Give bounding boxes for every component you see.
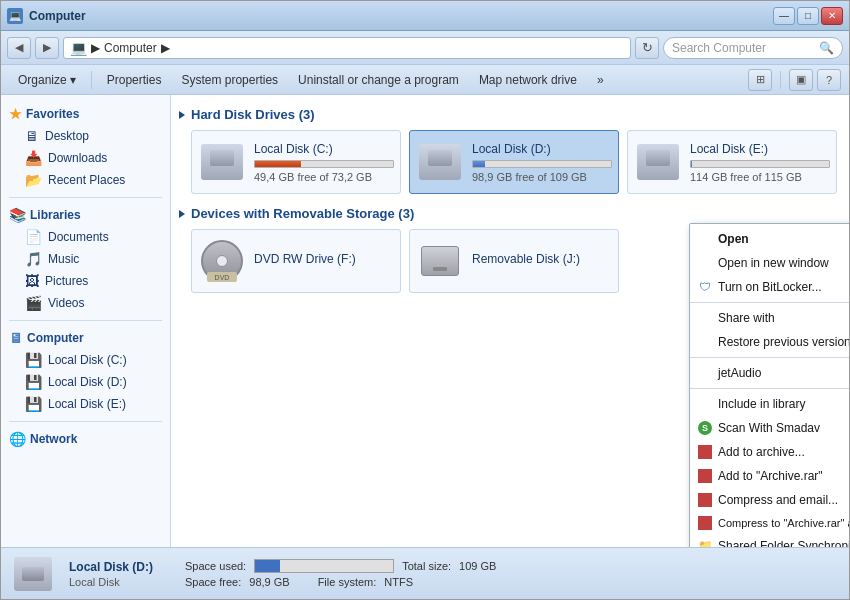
- disk-item-e[interactable]: Local Disk (E:) 114 GB free of 115 GB: [627, 130, 837, 194]
- disk-e-space: 114 GB free of 115 GB: [690, 171, 830, 183]
- sidebar-item-music[interactable]: 🎵 Music: [1, 248, 170, 270]
- context-menu: Open Open in new window 🛡 Turn on BitLoc…: [689, 223, 849, 547]
- disk-item-d[interactable]: Local Disk (D:) 98,9 GB free of 109 GB: [409, 130, 619, 194]
- disk-e-bar-fill: [691, 161, 692, 167]
- disk-item-c[interactable]: Local Disk (C:) 49,4 GB free of 73,2 GB: [191, 130, 401, 194]
- organize-label: Organize: [18, 73, 67, 87]
- more-button[interactable]: »: [588, 69, 613, 91]
- sidebar-item-local-disk-c[interactable]: 💾 Local Disk (C:): [1, 349, 170, 371]
- sidebar-item-local-disk-d[interactable]: 💾 Local Disk (D:): [1, 371, 170, 393]
- search-box[interactable]: Search Computer 🔍: [663, 37, 843, 59]
- window: 💻 Computer — □ ✕ ◀ ▶ 💻 ▶ Computer ▶ ↻ Se…: [0, 0, 850, 600]
- hard-disk-header-label: Hard Disk Drives (3): [191, 107, 315, 122]
- sidebar-item-local-disk-e[interactable]: 💾 Local Disk (E:): [1, 393, 170, 415]
- context-menu-include-library[interactable]: Include in library ▶: [690, 392, 849, 416]
- disk-d-drive-icon: [416, 138, 464, 186]
- add-archive-rar-label: Add to "Archive.rar": [718, 469, 823, 483]
- context-menu-divider-1: [690, 302, 849, 303]
- address-path[interactable]: 💻 ▶ Computer ▶: [63, 37, 631, 59]
- preview-pane-button[interactable]: ▣: [789, 69, 813, 91]
- smadav-icon: S: [696, 419, 714, 437]
- sidebar-item-desktop[interactable]: 🖥 Desktop: [1, 125, 170, 147]
- view-options-button[interactable]: ⊞: [748, 69, 772, 91]
- open-new-window-label: Open in new window: [718, 256, 829, 270]
- uninstall-button[interactable]: Uninstall or change a program: [289, 69, 468, 91]
- sidebar-item-documents[interactable]: 📄 Documents: [1, 226, 170, 248]
- removable-section-header[interactable]: Devices with Removable Storage (3): [179, 206, 841, 221]
- context-menu-jetaudio[interactable]: jetAudio ▶: [690, 361, 849, 385]
- space-free-label: Space free:: [185, 576, 241, 588]
- removable-header-label: Devices with Removable Storage (3): [191, 206, 414, 221]
- context-menu-compress-email[interactable]: Compress and email...: [690, 488, 849, 512]
- recent-label: Recent Places: [48, 173, 125, 187]
- context-menu-bitlocker[interactable]: 🛡 Turn on BitLocker...: [690, 275, 849, 299]
- sidebar-divider-3: [9, 421, 162, 422]
- sidebar-computer-header[interactable]: 🖥 Computer: [1, 327, 170, 349]
- main-area: ★ Favorites 🖥 Desktop 📥 Downloads 📂 Rece…: [1, 95, 849, 547]
- videos-icon: 🎬: [25, 295, 42, 311]
- context-menu-restore[interactable]: Restore previous versions: [690, 330, 849, 354]
- disk-c-bar-container: [254, 160, 394, 168]
- sidebar-item-pictures[interactable]: 🖼 Pictures: [1, 270, 170, 292]
- context-menu-shared-folder[interactable]: 📁 Shared Folder Synchronization ▶: [690, 534, 849, 547]
- context-menu-open[interactable]: Open: [690, 227, 849, 251]
- disk-d-bar-container: [472, 160, 612, 168]
- context-menu-share[interactable]: Share with ▶: [690, 306, 849, 330]
- system-properties-button[interactable]: System properties: [172, 69, 287, 91]
- network-icon: 🌐: [9, 431, 26, 447]
- status-space-fill: [255, 560, 280, 572]
- sidebar-item-videos[interactable]: 🎬 Videos: [1, 292, 170, 314]
- removable-item-j[interactable]: Removable Disk (J:): [409, 229, 619, 293]
- sidebar: ★ Favorites 🖥 Desktop 📥 Downloads 📂 Rece…: [1, 95, 171, 547]
- refresh-button[interactable]: ↻: [635, 37, 659, 59]
- address-path-text: ▶: [91, 41, 100, 55]
- status-disk-name: Local Disk (D:): [69, 560, 153, 574]
- total-size-label: Total size:: [402, 560, 451, 572]
- disk-e-icon: 💾: [25, 396, 42, 412]
- context-menu-compress-archive-email[interactable]: Compress to "Archive.rar" and email: [690, 512, 849, 534]
- help-button[interactable]: ?: [817, 69, 841, 91]
- disk-d-icon: 💾: [25, 374, 42, 390]
- maximize-button[interactable]: □: [797, 7, 819, 25]
- hard-disk-items: Local Disk (C:) 49,4 GB free of 73,2 GB …: [179, 130, 841, 194]
- context-menu-add-archive-rar[interactable]: Add to "Archive.rar": [690, 464, 849, 488]
- back-button[interactable]: ◀: [7, 37, 31, 59]
- removable-j-shape: [421, 246, 459, 276]
- context-menu-divider-3: [690, 388, 849, 389]
- sidebar-section-computer: 🖥 Computer 💾 Local Disk (C:) 💾 Local Dis…: [1, 327, 170, 415]
- file-system-value: NTFS: [384, 576, 413, 588]
- status-space-bar: [254, 559, 394, 573]
- context-menu-add-archive[interactable]: Add to archive...: [690, 440, 849, 464]
- properties-button[interactable]: Properties: [98, 69, 171, 91]
- local-disk-d-label: Local Disk (D:): [48, 375, 127, 389]
- sidebar-item-downloads[interactable]: 📥 Downloads: [1, 147, 170, 169]
- context-menu-open-new-window[interactable]: Open in new window: [690, 251, 849, 275]
- sidebar-libraries-header[interactable]: 📚 Libraries: [1, 204, 170, 226]
- title-bar-left: 💻 Computer: [7, 8, 86, 24]
- include-library-label: Include in library: [718, 397, 805, 411]
- compress-email-label: Compress and email...: [718, 493, 838, 507]
- sidebar-favorites-header[interactable]: ★ Favorites: [1, 103, 170, 125]
- removable-item-dvd[interactable]: DVD DVD RW Drive (F:): [191, 229, 401, 293]
- computer-icon: 💻: [70, 40, 87, 56]
- archive-icon-4: [696, 514, 714, 532]
- status-hdd-inner: [22, 567, 44, 581]
- context-menu-smadav[interactable]: S Scan With Smadav: [690, 416, 849, 440]
- organize-chevron: ▾: [70, 73, 76, 87]
- organize-button[interactable]: Organize ▾: [9, 69, 85, 91]
- music-label: Music: [48, 252, 79, 266]
- hard-disk-section-header[interactable]: Hard Disk Drives (3): [179, 107, 841, 122]
- sidebar-network-header[interactable]: 🌐 Network: [1, 428, 170, 450]
- map-network-button[interactable]: Map network drive: [470, 69, 586, 91]
- archive-red-shape-3: [698, 493, 712, 507]
- toolbar-separator-2: [780, 71, 781, 89]
- dvd-name: DVD RW Drive (F:): [254, 252, 394, 266]
- minimize-button[interactable]: —: [773, 7, 795, 25]
- close-button[interactable]: ✕: [821, 7, 843, 25]
- compress-archive-email-label: Compress to "Archive.rar" and email: [718, 517, 849, 529]
- documents-icon: 📄: [25, 229, 42, 245]
- forward-button[interactable]: ▶: [35, 37, 59, 59]
- jetaudio-label: jetAudio: [718, 366, 761, 380]
- hdd-shape-c: [201, 144, 243, 180]
- sidebar-item-recent[interactable]: 📂 Recent Places: [1, 169, 170, 191]
